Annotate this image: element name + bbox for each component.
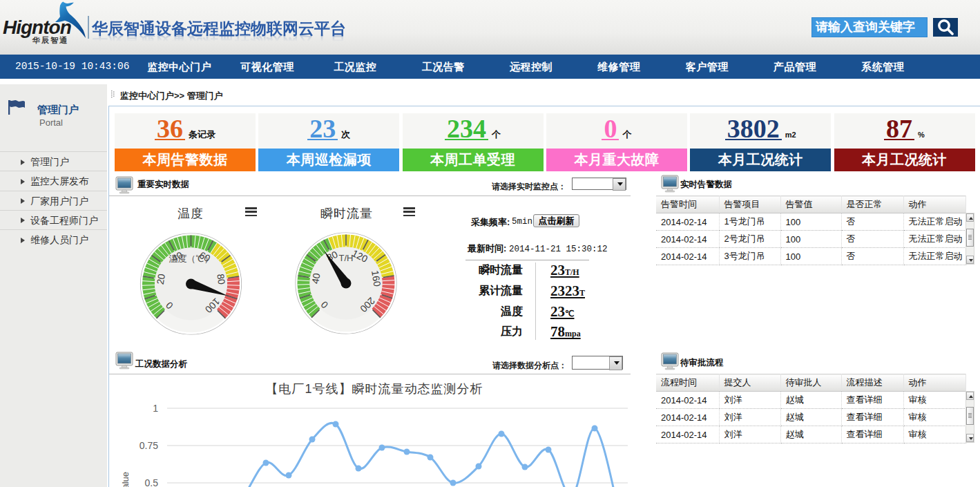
svg-text:20: 20 <box>155 273 167 285</box>
svg-text:0.5: 0.5 <box>145 477 159 487</box>
svg-text:40: 40 <box>309 272 322 285</box>
svg-text:80: 80 <box>215 273 227 285</box>
svg-text:value: value <box>120 472 131 487</box>
svg-text:1: 1 <box>153 403 158 414</box>
svg-text:【电厂1号线】瞬时流量动态监测分析: 【电厂1号线】瞬时流量动态监测分析 <box>265 382 483 396</box>
svg-text:0.75: 0.75 <box>140 440 158 451</box>
svg-text:温度（℃）: 温度（℃） <box>169 254 213 264</box>
svg-text:T/H: T/H <box>339 253 354 263</box>
